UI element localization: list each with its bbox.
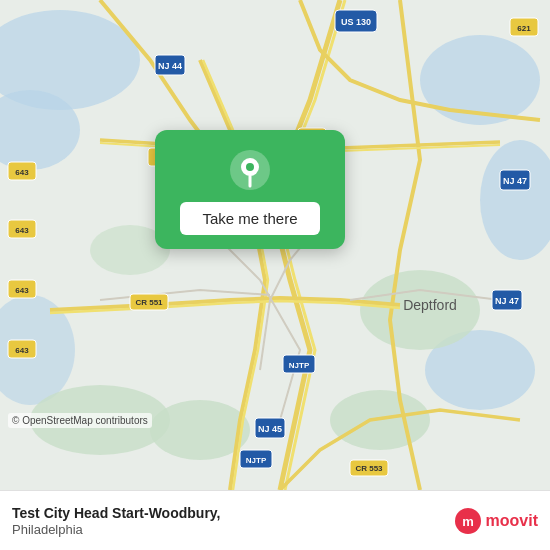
map-container: US 130 NJ 44 NJ 47 NJ 47 643 643 643 643… (0, 0, 550, 490)
svg-text:NJ 44: NJ 44 (158, 61, 182, 71)
svg-point-47 (246, 163, 254, 171)
svg-text:643: 643 (15, 286, 29, 295)
svg-text:NJ 47: NJ 47 (503, 176, 527, 186)
moovit-logo[interactable]: m moovit (454, 507, 538, 535)
svg-text:Deptford: Deptford (403, 297, 457, 313)
bottom-bar: Test City Head Start-Woodbury, Philadelp… (0, 490, 550, 550)
take-me-there-button[interactable]: Take me there (180, 202, 319, 235)
svg-text:CR 551: CR 551 (135, 298, 163, 307)
svg-text:621: 621 (517, 24, 531, 33)
svg-text:643: 643 (15, 346, 29, 355)
location-card[interactable]: Take me there (155, 130, 345, 249)
svg-text:NJTP: NJTP (246, 456, 267, 465)
svg-text:NJTP: NJTP (289, 361, 310, 370)
svg-text:US 130: US 130 (341, 17, 371, 27)
moovit-text: moovit (486, 512, 538, 530)
place-city: Philadelphia (12, 522, 220, 537)
svg-text:643: 643 (15, 226, 29, 235)
svg-text:NJ 45: NJ 45 (258, 424, 282, 434)
moovit-icon: m (454, 507, 482, 535)
svg-text:NJ 47: NJ 47 (495, 296, 519, 306)
location-pin-icon (228, 148, 272, 192)
svg-text:643: 643 (15, 168, 29, 177)
svg-text:CR 553: CR 553 (355, 464, 383, 473)
place-info: Test City Head Start-Woodbury, Philadelp… (12, 505, 220, 537)
place-name: Test City Head Start-Woodbury, (12, 505, 220, 521)
svg-text:m: m (462, 514, 474, 529)
osm-credit: © OpenStreetMap contributors (8, 413, 152, 428)
